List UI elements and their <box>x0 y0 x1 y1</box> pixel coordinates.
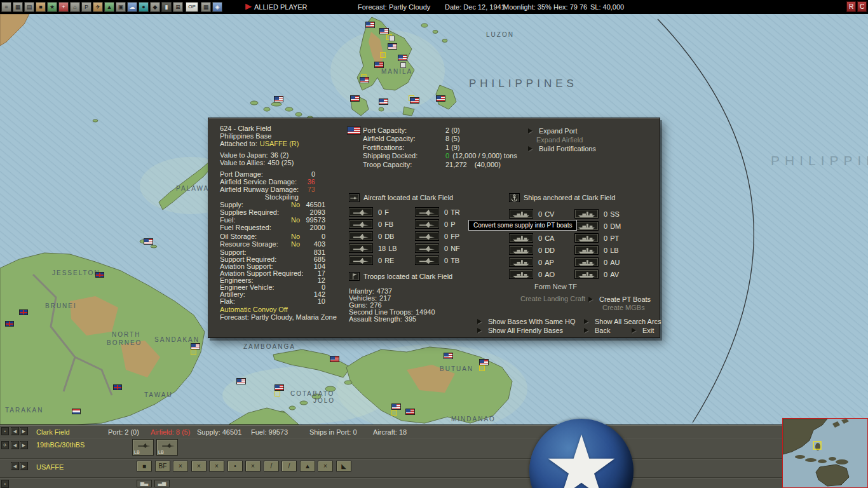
us-flag-icon[interactable] <box>330 356 339 362</box>
airfield-marker-icon[interactable] <box>389 36 395 41</box>
toolbar-icon-9[interactable]: ✈ <box>93 2 103 12</box>
oil-stockpile-toggle[interactable]: No <box>285 233 300 240</box>
next-turn-icon[interactable]: ▶ <box>245 1 252 11</box>
next-airgroup-button[interactable]: ▶ <box>20 441 28 449</box>
aircraft-entry[interactable]: 0DB <box>349 231 394 241</box>
toolbar-icon-12[interactable]: ☁ <box>127 2 137 12</box>
selected-base-name[interactable]: Clark Field <box>36 428 70 436</box>
supply-chart-icon[interactable]: ▅▃ <box>137 480 152 487</box>
base-marker-icon[interactable] <box>380 52 386 58</box>
ship-entry[interactable]: 0AV <box>574 269 619 279</box>
toolbar-icon-2[interactable]: ▦ <box>13 2 23 12</box>
hq-unit-icon[interactable]: ■ <box>137 461 152 471</box>
bomber-unit-icon[interactable]: LB <box>132 439 154 456</box>
base-marker-icon[interactable] <box>191 349 196 355</box>
base-force-unit-icon[interactable]: BF <box>155 461 170 471</box>
artillery-unit-icon[interactable]: • <box>227 461 243 471</box>
us-flag-icon[interactable] <box>398 55 407 61</box>
us-flag-icon[interactable] <box>275 384 284 391</box>
attached-hq[interactable]: Attached to:USAFFE (R) <box>220 140 299 147</box>
ground-unit-name[interactable]: USAFFE <box>36 463 64 471</box>
back-button[interactable]: Back <box>584 327 610 334</box>
build-fortifications-button[interactable]: Build Fortifications <box>528 145 596 152</box>
toolbar-icon-7[interactable]: ⌂ <box>70 2 80 12</box>
toolbar-icon-4[interactable]: ■ <box>36 2 46 12</box>
resource-stockpile-toggle[interactable]: No <box>285 241 300 248</box>
uk-flag-icon[interactable] <box>5 321 14 327</box>
us-flag-icon[interactable] <box>410 97 419 104</box>
uk-flag-icon[interactable] <box>95 272 104 278</box>
toolbar-icon-14[interactable]: ◆ <box>150 2 160 12</box>
minimap[interactable] <box>782 418 868 488</box>
toolbar-icon-11[interactable]: ▣ <box>116 2 126 12</box>
ship-entry[interactable]: 0DD <box>509 245 555 255</box>
c-button[interactable]: C <box>857 1 867 12</box>
exit-button[interactable]: Exit <box>632 327 654 334</box>
us-flag-icon[interactable] <box>191 343 200 349</box>
aircraft-entry[interactable]: 0RE <box>349 255 394 265</box>
auto-convoy-toggle[interactable]: Automatic Convoy Off <box>220 306 288 313</box>
us-flag-icon[interactable] <box>379 28 389 34</box>
us-flag-icon[interactable] <box>405 409 415 415</box>
aircraft-entry[interactable]: 0NF <box>415 243 460 253</box>
us-flag-icon[interactable] <box>365 22 375 28</box>
toolbar-icon-3[interactable]: ▤ <box>24 2 34 12</box>
us-flag-icon[interactable] <box>274 96 283 102</box>
infantry-unit-icon[interactable]: × <box>318 461 333 471</box>
prev-unit-button[interactable]: ◀ <box>11 462 19 470</box>
us-flag-icon[interactable] <box>374 62 384 68</box>
base-marker-icon[interactable] <box>479 365 485 371</box>
fuel-chart-icon[interactable]: ▃▅ <box>154 480 170 487</box>
bomber-unit-icon[interactable]: LB <box>156 439 178 456</box>
aircraft-entry[interactable]: 0P <box>415 219 455 229</box>
toolbar-icon-16[interactable]: ⊞ <box>173 2 183 12</box>
prev-base-button[interactable]: ◀ <box>11 427 19 435</box>
support-unit-icon[interactable]: ◣ <box>336 461 351 471</box>
ship-entry[interactable]: 0CV <box>509 209 554 219</box>
toolbar-icon-1[interactable]: ≡ <box>1 2 11 12</box>
form-new-tf-button[interactable]: Form New TF <box>534 283 577 290</box>
base-marker-icon[interactable] <box>391 410 397 416</box>
ship-entry[interactable]: 0PT <box>574 233 619 243</box>
us-flag-icon[interactable] <box>479 359 489 365</box>
airfield-marker-icon[interactable] <box>400 62 406 68</box>
us-flag-icon[interactable] <box>350 95 360 102</box>
uk-flag-icon[interactable] <box>19 309 28 315</box>
toolbar-icon-18[interactable]: ◈ <box>212 2 222 12</box>
aircraft-entry[interactable]: 0TB <box>415 255 459 265</box>
us-flag-icon[interactable] <box>360 77 369 83</box>
uk-flag-icon[interactable] <box>113 384 122 390</box>
ship-entry[interactable]: 0DM <box>574 221 621 231</box>
us-flag-icon[interactable] <box>236 378 246 384</box>
create-pt-boats-button[interactable]: Create PT Boats <box>588 295 651 303</box>
toolbar-icon-5[interactable]: ★ <box>47 2 57 12</box>
toolbar-icon-13[interactable]: ● <box>139 2 149 12</box>
r-button[interactable]: R <box>846 1 856 12</box>
base-marker-icon[interactable] <box>275 391 280 396</box>
infantry-unit-icon[interactable]: × <box>245 461 261 471</box>
us-flag-icon[interactable] <box>144 238 153 245</box>
us-flag-icon[interactable] <box>391 403 401 410</box>
toolbar-icon-op[interactable]: OP <box>186 2 198 12</box>
airgroup-name[interactable]: 19thBG/30thBS <box>36 441 85 449</box>
toolbar-icon-6[interactable]: + <box>58 2 69 12</box>
cavalry-unit-icon[interactable]: / <box>264 461 279 471</box>
ship-entry[interactable]: 0AU <box>574 257 620 267</box>
ship-entry[interactable]: 0CA <box>509 233 554 243</box>
aircraft-entry[interactable]: 18LB <box>349 243 397 253</box>
ship-entry[interactable]: 0SS <box>574 209 620 219</box>
fuel-stockpile-toggle[interactable]: No <box>285 217 300 224</box>
us-flag-icon[interactable] <box>379 98 388 105</box>
show-bases-same-hq-button[interactable]: Show Bases With Same HQ <box>477 318 576 325</box>
aircraft-entry[interactable]: 0FB <box>349 219 393 229</box>
next-base-button[interactable]: ▶ <box>20 427 28 435</box>
ship-entry[interactable]: 0AO <box>509 269 555 279</box>
toolbar-icon-8[interactable]: P <box>81 2 92 12</box>
infantry-unit-icon[interactable]: × <box>173 461 188 471</box>
toolbar-icon-10[interactable]: ▲ <box>104 2 114 12</box>
aircraft-entry[interactable]: 0TR <box>415 207 460 217</box>
toolbar-icon-15[interactable]: ▮ <box>161 2 172 12</box>
us-flag-icon[interactable] <box>444 353 453 359</box>
expand-port-button[interactable]: Expand Port <box>528 127 578 135</box>
cavalry-unit-icon[interactable]: / <box>281 461 297 471</box>
